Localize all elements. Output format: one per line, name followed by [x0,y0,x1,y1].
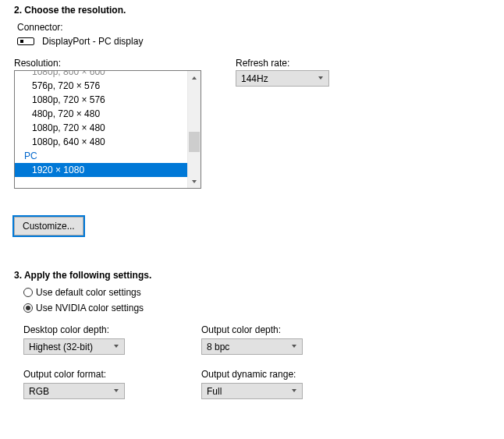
scroll-up-icon[interactable] [188,71,201,84]
refresh-rate-label: Refresh rate: [236,58,329,69]
refresh-rate-value: 144Hz [241,73,268,84]
resolution-item[interactable]: 576p, 720 × 576 [15,79,187,93]
output-color-format-value: RGB [29,386,49,397]
output-color-depth-select[interactable]: 8 bpc [201,338,303,355]
displayport-icon [17,37,34,45]
chevron-down-icon [318,74,324,83]
resolution-item[interactable]: 480p, 720 × 480 [15,107,187,121]
radio-nvidia-label: Use NVIDIA color settings [36,303,144,313]
scrollbar-thumb[interactable] [189,132,200,152]
resolution-item[interactable]: 1080p, 800 × 600 [15,70,187,79]
desktop-color-depth-label: Desktop color depth: [23,324,179,335]
output-color-format-label: Output color format: [23,369,179,380]
output-dynamic-range-label: Output dynamic range: [201,369,357,380]
output-color-depth-value: 8 bpc [207,342,229,352]
chevron-down-icon [291,387,297,395]
resolution-item[interactable]: 1080p, 640 × 480 [15,135,187,149]
scroll-down-icon[interactable] [188,175,201,188]
output-color-depth-label: Output color depth: [201,324,357,335]
chevron-down-icon [113,387,119,395]
desktop-color-depth-value: Highest (32-bit) [29,342,93,352]
resolution-group-pc: PC [15,149,187,163]
output-dynamic-range-select[interactable]: Full [201,383,303,399]
customize-button[interactable]: Customize... [14,217,83,235]
chevron-down-icon [291,342,297,351]
radio-icon [23,303,33,313]
connector-value: DisplayPort - PC display [42,36,143,47]
section-3-title: 3. Apply the following settings. [14,270,490,281]
scrollbar[interactable] [187,71,201,188]
radio-nvidia-color[interactable]: Use NVIDIA color settings [23,303,490,313]
section-2-title: 2. Choose the resolution. [14,5,490,16]
resolution-label: Resolution: [14,58,201,69]
radio-default-color[interactable]: Use default color settings [23,287,490,298]
resolution-listbox[interactable]: 1080p, 800 × 600 576p, 720 × 576 1080p, … [14,70,201,189]
radio-icon [23,288,33,297]
chevron-down-icon [113,342,119,351]
resolution-item-selected[interactable]: 1920 × 1080 [15,163,187,177]
output-dynamic-range-value: Full [207,386,222,397]
resolution-item[interactable]: 1080p, 720 × 576 [15,93,187,107]
connector-label: Connector: [17,22,490,33]
desktop-color-depth-select[interactable]: Highest (32-bit) [23,338,125,355]
output-color-format-select[interactable]: RGB [23,383,125,399]
resolution-item[interactable]: 1080p, 720 × 480 [15,121,187,135]
refresh-rate-select[interactable]: 144Hz [236,70,329,87]
radio-default-label: Use default color settings [36,287,141,298]
